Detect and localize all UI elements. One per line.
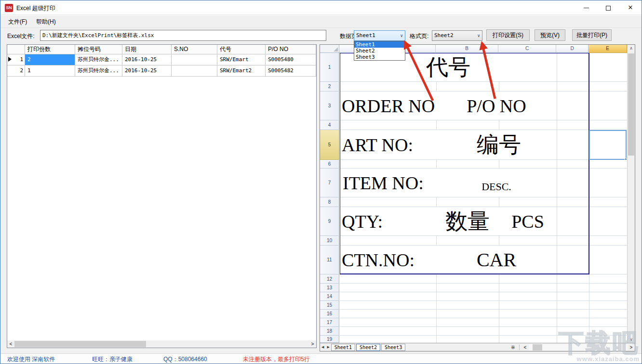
row-header-16[interactable]: 16 [320, 310, 339, 318]
data-page-value: Sheet1 [356, 32, 375, 39]
preview-button[interactable]: 预览(V) [535, 29, 565, 41]
row-header-3[interactable]: 3 [320, 91, 339, 120]
row-header-9[interactable]: 9 [320, 207, 339, 236]
col-header-c[interactable]: C [498, 45, 556, 53]
row-header-10[interactable]: 10 [320, 236, 339, 246]
corner-triangle-icon [334, 47, 338, 52]
grid-row [340, 336, 628, 343]
tabbar-horizontal-scrollbar[interactable]: < > [522, 344, 635, 351]
row-header-11[interactable]: 11 [320, 246, 339, 274]
fill-handle[interactable] [625, 158, 627, 160]
batch-print-button[interactable]: 批量打印(P) [572, 29, 612, 41]
scroll-left-icon[interactable]: < [522, 344, 529, 351]
format-page-combobox[interactable]: Sheet2 ∨ [432, 30, 482, 41]
format-page-value: Sheet2 [434, 32, 454, 39]
preview-vertical-scrollbar[interactable]: ∧ ∨ [627, 45, 635, 343]
sheet-tab-sheet1[interactable]: Sheet1 [331, 344, 355, 351]
col-header-copies[interactable]: 打印份数 [25, 45, 75, 54]
scrollbar-track[interactable] [529, 344, 628, 351]
dropdown-option-sheet3[interactable]: Sheet3 [354, 54, 405, 60]
scrollbar-thumb[interactable] [533, 344, 542, 351]
row-header-13[interactable]: 13 [320, 284, 339, 292]
scroll-right-icon[interactable]: > [309, 340, 316, 348]
cell-date[interactable]: 2016-10-25 [122, 65, 172, 77]
scroll-up-icon[interactable]: ∧ [628, 46, 635, 51]
chevron-down-icon[interactable]: ∨ [478, 31, 480, 40]
cell-po[interactable]: S0005482 [266, 65, 316, 77]
cell-po[interactable]: S0005480 [266, 54, 316, 65]
table-header-row: 打印份数 摊位号码 日期 S.NO 代号 P/O NO [7, 45, 316, 54]
cell-code[interactable]: SRW/Emart [217, 54, 266, 65]
active-cell-e5[interactable] [589, 130, 627, 160]
chevron-down-icon[interactable]: ∨ [401, 31, 403, 40]
row-header-5-selected[interactable]: 5 [320, 130, 339, 160]
dropdown-option-sheet1[interactable]: Sheet1 [354, 41, 405, 48]
row-header-12[interactable]: 12 [320, 274, 339, 284]
print-area-border [340, 53, 589, 274]
grid-row [340, 310, 628, 318]
col-header-b[interactable]: B [436, 45, 498, 53]
cell-sno[interactable] [172, 54, 217, 65]
scrollbar-thumb[interactable] [14, 341, 146, 347]
row-indicator-header [7, 45, 25, 54]
row-header-14[interactable]: 14 [320, 292, 339, 301]
row-header-19[interactable]: 19 [320, 336, 339, 343]
sheet-tab-sheet2-active[interactable]: Sheet2 [356, 344, 380, 351]
cells-area[interactable]: 代号 ORDER NO P/O NO ART NO: 编号 ITEM NO: D… [340, 53, 628, 343]
menu-item-help[interactable]: 帮助(H) [31, 15, 61, 28]
preview-panel: A B C D E 1 2 3 4 5 6 7 8 9 10 11 12 13 … [320, 44, 635, 351]
row-header-17[interactable]: 17 [320, 318, 339, 327]
select-all-corner[interactable] [320, 45, 339, 53]
row-header-18[interactable]: 18 [320, 327, 339, 336]
col-header-d[interactable]: D [556, 45, 588, 53]
app-icon: SN [5, 4, 13, 12]
cell-sno[interactable] [172, 65, 217, 77]
row-indicator-cell: 1 [7, 54, 25, 65]
sheet-tab-sheet3[interactable]: Sheet3 [381, 344, 405, 351]
new-sheet-icon[interactable]: ※ [509, 344, 517, 351]
title-bar: SN Excel 超级打印 ✕ [0, 0, 642, 15]
scrollbar-thumb[interactable] [628, 53, 634, 156]
menu-item-file[interactable]: 文件(F) [3, 15, 32, 28]
scroll-right-icon[interactable]: > [628, 344, 635, 351]
scroll-left-icon[interactable]: < [7, 340, 14, 348]
row-header-2[interactable]: 2 [320, 82, 339, 91]
excel-file-path-input[interactable] [40, 30, 326, 41]
scroll-down-icon[interactable]: ∨ [628, 337, 635, 342]
row-header-4[interactable]: 4 [320, 120, 339, 130]
table-row[interactable]: 1 2 苏州贝特尔金... 2016-10-25 SRW/Emart S0005… [7, 54, 316, 65]
data-page-combobox[interactable]: Sheet1 ∨ [354, 30, 405, 41]
cell-copies[interactable]: 1 [25, 65, 75, 77]
grid-row [340, 292, 628, 301]
close-button[interactable]: ✕ [619, 0, 642, 15]
records-horizontal-scrollbar[interactable]: < > [7, 340, 316, 348]
dropdown-option-sheet2[interactable]: Sheet2 [354, 48, 405, 54]
status-bar: 欢迎使用 深南软件 旺旺：亲子健康 QQ：508064660 未注册版本，最多打… [0, 353, 642, 364]
tabbar-separator [519, 345, 520, 350]
row-header-7[interactable]: 7 [320, 169, 339, 197]
col-header-sno[interactable]: S.NO [172, 45, 217, 54]
cell-date[interactable]: 2016-10-25 [122, 54, 172, 65]
table-row[interactable]: 2 1 苏州贝特尔金... 2016-10-25 SRW/Emart2 S000… [7, 65, 316, 77]
tab-scroll-left-icon[interactable]: ◀ [320, 345, 325, 349]
row-header-15[interactable]: 15 [320, 301, 339, 310]
minimize-button[interactable] [575, 0, 597, 15]
col-header-po[interactable]: P/O NO [266, 45, 316, 54]
cell-code[interactable]: SRW/Emart2 [217, 65, 266, 77]
cell-stall[interactable]: 苏州贝特尔金... [75, 54, 122, 65]
toolbar: Excel文件: 数据页: Sheet1 ∨ 格式页: Sheet2 ∨ 打印设… [0, 28, 642, 44]
row-header-6[interactable]: 6 [320, 160, 339, 169]
grid-row [340, 301, 628, 310]
print-settings-button[interactable]: 打印设置(S) [486, 29, 530, 41]
row-header-8[interactable]: 8 [320, 197, 339, 207]
col-header-stall[interactable]: 摊位号码 [75, 45, 122, 54]
current-row-arrow-icon [8, 57, 12, 62]
row-header-1[interactable]: 1 [320, 53, 339, 82]
cell-copies-selected[interactable]: 2 [25, 54, 75, 65]
col-header-e-selected[interactable]: E [588, 45, 627, 53]
col-header-date[interactable]: 日期 [122, 45, 172, 54]
cell-stall[interactable]: 苏州贝特尔金... [75, 65, 122, 77]
tab-scroll-right-icon[interactable]: ▶ [325, 345, 331, 349]
maximize-button[interactable] [597, 0, 619, 15]
col-header-code[interactable]: 代号 [217, 45, 266, 54]
